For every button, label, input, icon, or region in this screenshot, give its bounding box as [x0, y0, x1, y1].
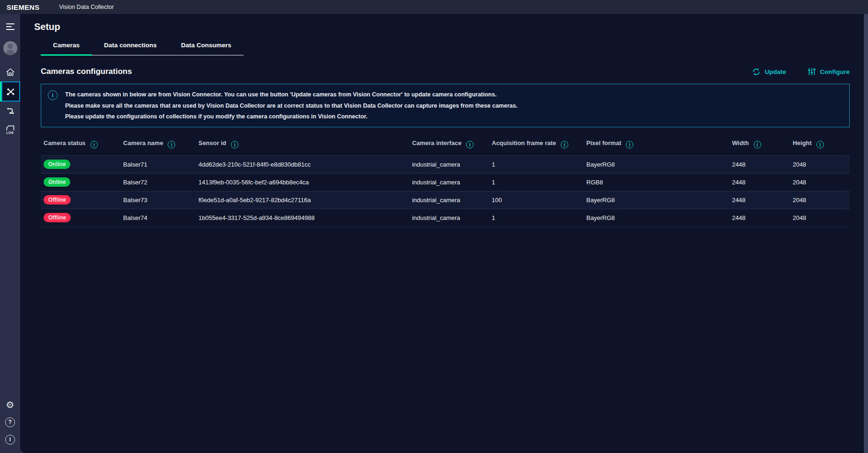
table-row: Offline Balser74 1b055ee4-3317-525d-a934…: [41, 209, 850, 226]
cell-height: 2048: [790, 173, 850, 191]
setup-tabs: Cameras Data connections Data Consumers: [41, 41, 244, 56]
tab-data-consumers[interactable]: Data Consumers: [169, 41, 244, 55]
cameras-table: Camera status Camera name Sensor id Came…: [41, 134, 850, 227]
cell-pixel-format: RGB8: [584, 173, 729, 191]
siemens-logo: SIEMENS: [7, 3, 39, 11]
help-icon: [5, 417, 15, 427]
avatar-icon: [3, 41, 17, 55]
gear-icon: [6, 400, 15, 409]
sidebar-bottom-group: [0, 398, 20, 453]
column-acquisition-frame-rate: Acquisition frame rate: [489, 134, 584, 156]
banner-line-1: The cameras shown in below are from Visi…: [65, 89, 518, 101]
cell-camera-name: Balser72: [120, 173, 196, 191]
cell-height: 2048: [790, 209, 850, 226]
column-height: Height: [790, 134, 850, 156]
cell-frame-rate: 100: [489, 191, 584, 209]
app-shell: LOG Setup Cameras Data connections Data …: [0, 14, 868, 453]
menu-toggle-button[interactable]: [0, 20, 20, 34]
info-icon[interactable]: [816, 141, 824, 148]
about-info-icon: [5, 435, 15, 445]
sidebar-item-setup[interactable]: [0, 81, 20, 102]
info-banner: The cameras shown in below are from Visi…: [41, 84, 850, 127]
cell-sensor-id: f0ede51d-a0af-5eb2-9217-82bd4c27116a: [196, 191, 409, 209]
cell-camera-status: Offline: [41, 191, 120, 209]
cell-camera-status: Offline: [41, 209, 120, 226]
info-icon[interactable]: [90, 141, 98, 148]
banner-text: The cameras shown in below are from Visi…: [65, 89, 518, 123]
sidebar-item-log[interactable]: LOG: [0, 120, 20, 139]
about-button[interactable]: [0, 432, 20, 446]
cell-width: 2448: [729, 209, 790, 226]
cell-camera-interface: industrial_camera: [409, 209, 489, 226]
tab-cameras[interactable]: Cameras: [41, 41, 92, 55]
cell-camera-interface: industrial_camera: [409, 173, 489, 191]
cell-camera-name: Balser74: [120, 209, 196, 226]
column-camera-status: Camera status: [41, 134, 120, 156]
hamburger-icon: [6, 23, 15, 24]
help-button[interactable]: [0, 415, 20, 429]
main-content: Setup Cameras Data connections Data Cons…: [20, 14, 864, 453]
column-width: Width: [729, 134, 790, 156]
info-icon[interactable]: [231, 141, 238, 148]
cell-height: 2048: [790, 191, 850, 209]
settings-button[interactable]: [0, 398, 20, 412]
info-icon[interactable]: [626, 141, 633, 148]
table-row: Online Balser72 1413f9eb-0035-56fc-bef2-…: [41, 173, 850, 191]
configure-label: Configure: [820, 68, 850, 75]
banner-line-3: Please update the configurations of coll…: [65, 111, 518, 123]
cell-width: 2448: [729, 191, 790, 209]
scrollbar[interactable]: [864, 14, 868, 453]
cell-sensor-id: 4dd62de3-210c-521f-84f0-e8d830db81cc: [196, 155, 409, 173]
refresh-icon: [752, 67, 761, 76]
cell-height: 2048: [790, 155, 850, 173]
column-camera-name: Camera name: [120, 134, 196, 156]
section-title: Cameras configurations: [41, 67, 752, 76]
configure-button[interactable]: Configure: [808, 67, 850, 76]
status-badge: Offline: [44, 195, 71, 205]
info-icon[interactable]: [561, 141, 568, 148]
page-title: Setup: [34, 22, 850, 32]
status-badge: Online: [44, 160, 70, 169]
cell-width: 2448: [729, 173, 790, 191]
sidebar: LOG: [0, 14, 20, 453]
section-header: Cameras configurations Update: [41, 67, 850, 76]
top-bar: SIEMENS Vision Data Collector: [0, 0, 868, 14]
cell-pixel-format: BayerRG8: [584, 209, 729, 226]
user-avatar-button[interactable]: [0, 41, 20, 56]
home-icon: [5, 67, 15, 77]
table-row: Online Balser71 4dd62de3-210c-521f-84f0-…: [41, 155, 850, 173]
log-document-icon: [6, 125, 15, 131]
table-header-row: Camera status Camera name Sensor id Came…: [41, 134, 850, 156]
cell-frame-rate: 1: [489, 209, 584, 226]
cell-camera-name: Balser73: [120, 191, 196, 209]
banner-info-icon: [48, 90, 58, 100]
cell-frame-rate: 1: [489, 155, 584, 173]
update-button[interactable]: Update: [752, 67, 786, 76]
cell-camera-interface: industrial_camera: [409, 191, 489, 209]
banner-line-2: Please make sure all the cameras that ar…: [65, 101, 518, 112]
column-sensor-id: Sensor id: [196, 134, 409, 156]
info-icon[interactable]: [754, 141, 761, 148]
app-title: Vision Data Collector: [59, 4, 114, 10]
cell-width: 2448: [729, 155, 790, 173]
network-nodes-icon: [6, 87, 16, 97]
cell-sensor-id: 1b055ee4-3317-525d-a934-8ce869494988: [196, 209, 409, 226]
cell-sensor-id: 1413f9eb-0035-56fc-bef2-a694bb8ec4ca: [196, 173, 409, 191]
info-icon[interactable]: [168, 141, 175, 148]
cell-pixel-format: BayerRG8: [584, 155, 729, 173]
update-label: Update: [764, 68, 786, 75]
cell-camera-status: Online: [41, 173, 120, 191]
log-label: LOG: [7, 131, 14, 134]
sidebar-item-data-flow[interactable]: [0, 102, 20, 120]
column-camera-interface: Camera interface: [409, 134, 489, 156]
table-row: Offline Balser73 f0ede51d-a0af-5eb2-9217…: [41, 191, 850, 209]
info-icon[interactable]: [466, 141, 474, 148]
tab-data-connections[interactable]: Data connections: [92, 41, 169, 55]
column-pixel-format: Pixel format: [584, 134, 729, 156]
sidebar-item-home[interactable]: [0, 63, 20, 81]
route-curve-icon: [5, 106, 15, 116]
cell-pixel-format: BayerRG8: [584, 191, 729, 209]
cell-camera-interface: industrial_camera: [409, 155, 489, 173]
cell-camera-name: Balser71: [120, 155, 196, 173]
sliders-icon: [808, 67, 816, 76]
